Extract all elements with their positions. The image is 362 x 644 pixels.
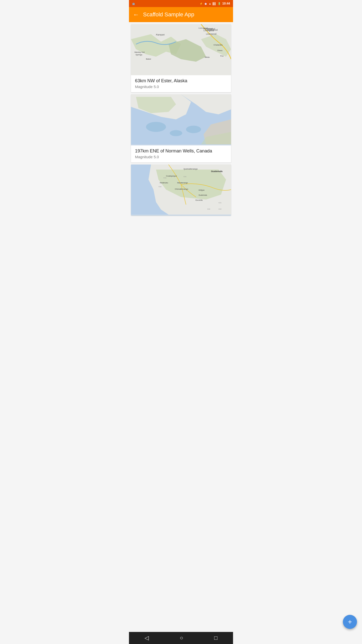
map-alaska: Rampart Livengood Livengood Livengood Li… <box>131 24 231 75</box>
wifi-icon: ▲ <box>209 2 211 5</box>
bluetooth-icon: ⚡ <box>200 2 203 5</box>
svg-text:Escuintla: Escuintla <box>196 199 203 201</box>
status-bar-right: ⚡ ⏰ ▲ ▌▌ 🔋 10:44 <box>200 2 230 5</box>
status-bar: 🤖 ⚡ ⏰ ▲ ▌▌ 🔋 10:44 <box>129 0 233 7</box>
earthquake-card-guatemala[interactable]: Quetzaltenango Coatepeque Retalhuleu Maz… <box>131 165 231 216</box>
recent-nav-button[interactable]: □ <box>214 635 217 641</box>
status-bar-left: 🤖 <box>132 2 135 5</box>
battery-icon: 🔋 <box>218 2 221 5</box>
svg-text:Manley Hot: Manley Hot <box>134 51 145 53</box>
home-nav-button[interactable]: ○ <box>180 635 183 641</box>
svg-text:Livengood: Livengood <box>199 27 208 29</box>
back-button[interactable]: ← <box>133 12 139 18</box>
svg-text:Chimaltenango: Chimaltenango <box>175 188 188 190</box>
card-subtitle-alaska: Magnitude 5.0 <box>135 85 227 89</box>
content-area: Rampart Livengood Livengood Livengood Li… <box>129 24 233 216</box>
svg-text:CA1: CA1 <box>184 176 187 177</box>
card-body-alaska: 63km NW of Ester, Alaska Magnitude 5.0 <box>131 75 231 92</box>
svg-text:Chatanika: Chatanika <box>213 44 222 46</box>
svg-text:CA2: CA2 <box>218 208 221 210</box>
earthquake-card-canada[interactable]: 197km ENE of Norman Wells, Canada Magnit… <box>131 94 231 163</box>
card-subtitle-canada: Magnitude 5.0 <box>135 155 227 159</box>
svg-text:Olnes: Olnes <box>217 49 222 52</box>
back-nav-button[interactable]: ◁ <box>145 635 149 641</box>
bottom-navigation: ◁ ○ □ <box>129 632 233 644</box>
app-bar: ← Scaffold Sample App <box>129 7 233 22</box>
card-title-alaska: 63km NW of Ester, Alaska <box>135 78 227 84</box>
card-body-canada: 197km ENE of Norman Wells, Canada Magnit… <box>131 145 231 163</box>
card-title-canada: 197km ENE of Norman Wells, Canada <box>135 148 227 154</box>
map-canada <box>131 94 231 145</box>
app-title: Scaffold Sample App <box>143 11 194 18</box>
android-icon: 🤖 <box>132 2 135 5</box>
svg-text:Guatemala: Guatemala <box>199 194 207 196</box>
svg-text:Livengood: Livengood <box>206 33 216 35</box>
svg-text:Mazatenango: Mazatenango <box>177 182 188 184</box>
svg-text:Retalhuleu: Retalhuleu <box>160 182 168 184</box>
svg-text:CA2: CA2 <box>207 208 210 210</box>
svg-point-24 <box>170 130 182 136</box>
svg-text:Fox: Fox <box>220 55 223 57</box>
svg-point-25 <box>186 126 201 133</box>
svg-text:Coatepeque: Coatepeque <box>166 175 177 177</box>
alarm-icon: ⏰ <box>204 2 207 5</box>
svg-text:CA1: CA1 <box>163 177 166 179</box>
svg-text:Rampart: Rampart <box>156 33 165 36</box>
svg-point-23 <box>146 122 166 132</box>
svg-text:CA1: CA1 <box>218 202 221 204</box>
svg-text:Springs: Springs <box>135 54 142 56</box>
svg-text:Antigua: Antigua <box>199 189 205 191</box>
time-display: 10:44 <box>222 2 230 5</box>
svg-text:CA2: CA2 <box>158 186 161 187</box>
signal-icon: ▌▌ <box>213 2 216 5</box>
map-guatemala: Quetzaltenango Coatepeque Retalhuleu Maz… <box>131 165 231 216</box>
svg-text:Minto: Minto <box>205 56 210 58</box>
svg-text:Baker: Baker <box>146 58 151 60</box>
svg-text:Guatemala: Guatemala <box>211 170 223 173</box>
earthquake-card-alaska[interactable]: Rampart Livengood Livengood Livengood Li… <box>131 24 231 92</box>
svg-text:Quetzaltenango: Quetzaltenango <box>184 168 198 170</box>
